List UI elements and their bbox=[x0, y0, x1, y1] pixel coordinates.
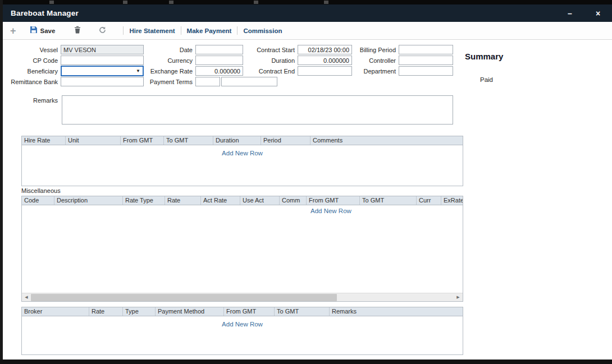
broker-table-body: Add New Row bbox=[22, 316, 463, 354]
broker-col-to-gmt: To GMT bbox=[275, 307, 330, 316]
contract-end-label: Contract End bbox=[253, 68, 298, 75]
summary-heading: Summary bbox=[465, 52, 503, 61]
scrollbar-thumb[interactable] bbox=[31, 294, 337, 301]
remittance-bank-label: Remittance Bank bbox=[4, 79, 61, 85]
beneficiary-dropdown[interactable]: ▼ bbox=[61, 66, 144, 76]
misc-col-code: Code bbox=[22, 196, 54, 205]
misc-col-rate: Rate bbox=[165, 196, 201, 205]
exchange-rate-field[interactable] bbox=[195, 66, 243, 76]
misc-col-curr: Curr bbox=[417, 196, 441, 205]
date-field[interactable] bbox=[195, 45, 243, 54]
broker-col-type: Type bbox=[123, 307, 156, 316]
miscellaneous-table-body: Add New Row ◀ ▶ bbox=[22, 205, 463, 301]
miscellaneous-table-header: Code Description Rate Type Rate Act Rate… bbox=[22, 196, 463, 205]
controller-field[interactable] bbox=[399, 56, 453, 65]
toolbar-separator bbox=[123, 26, 124, 35]
chevron-down-icon: ▼ bbox=[136, 68, 143, 73]
misc-col-from-gmt: From GMT bbox=[307, 196, 360, 205]
misc-col-rate-type: Rate Type bbox=[123, 196, 165, 205]
misc-col-act-rate: Act Rate bbox=[201, 196, 240, 205]
background-strip-gap bbox=[49, 1, 54, 4]
background-strip-gap bbox=[324, 1, 328, 4]
bareboat-manager-window: Bareboat Manager – × + Save Hire Stateme… bbox=[3, 4, 612, 360]
titlebar: Bareboat Manager – × bbox=[3, 4, 612, 22]
currency-label: Currency bbox=[149, 57, 195, 64]
scroll-left-icon[interactable]: ◀ bbox=[22, 293, 31, 302]
misc-col-comm: Comm bbox=[280, 196, 307, 205]
broker-col-from-gmt: From GMT bbox=[224, 307, 275, 316]
broker-col-payment-method: Payment Method bbox=[156, 307, 224, 316]
vessel-label: Vessel bbox=[4, 47, 61, 53]
hire-col-period: Period bbox=[261, 136, 310, 145]
background-strip-gap bbox=[169, 1, 173, 4]
horizontal-scrollbar: ◀ ▶ bbox=[22, 293, 463, 301]
duration-label: Duration bbox=[253, 57, 298, 64]
misc-col-description: Description bbox=[54, 196, 123, 205]
paid-label: Paid bbox=[480, 76, 493, 83]
payment-terms-desc-field[interactable] bbox=[221, 77, 277, 86]
remarks-label: Remarks bbox=[4, 97, 61, 104]
payment-terms-field[interactable] bbox=[195, 77, 220, 86]
add-icon[interactable]: + bbox=[10, 27, 16, 35]
date-label: Date bbox=[149, 47, 195, 53]
toolbar-separator bbox=[181, 26, 181, 35]
misc-col-to-gmt: To GMT bbox=[360, 196, 417, 205]
payment-terms-label: Payment Terms bbox=[149, 79, 195, 85]
hire-table-body: Add New Row bbox=[22, 145, 463, 186]
misc-col-use-act: Use Act bbox=[240, 196, 280, 205]
broker-table-header: Broker Rate Type Payment Method From GMT… bbox=[22, 307, 463, 316]
department-field[interactable] bbox=[399, 66, 453, 76]
contract-end-field[interactable] bbox=[298, 66, 352, 76]
hire-col-comments: Comments bbox=[310, 136, 463, 145]
misc-col-exrate: ExRate bbox=[441, 196, 463, 205]
form-group-contract: Contract Start Duration Contract End bbox=[253, 44, 352, 76]
form-group-vessel: Vessel CP Code Beneficiary ▼ Remittance … bbox=[4, 44, 144, 87]
currency-field[interactable] bbox=[195, 56, 243, 65]
refresh-icon[interactable] bbox=[99, 26, 106, 36]
hire-col-to-gmt: To GMT bbox=[164, 136, 213, 145]
vessel-field[interactable] bbox=[61, 45, 144, 54]
delete-icon[interactable] bbox=[74, 26, 81, 36]
cp-code-field[interactable] bbox=[61, 56, 144, 65]
duration-field[interactable] bbox=[298, 56, 352, 65]
misc-add-new-row-link[interactable]: Add New Row bbox=[310, 208, 351, 214]
save-icon bbox=[30, 26, 38, 36]
broker-col-broker: Broker bbox=[22, 307, 89, 316]
make-payment-button[interactable]: Make Payment bbox=[187, 27, 232, 34]
window-title: Bareboat Manager bbox=[11, 9, 79, 17]
broker-col-rate: Rate bbox=[89, 307, 123, 316]
contract-start-field[interactable] bbox=[298, 45, 352, 54]
save-label: Save bbox=[40, 27, 56, 34]
remittance-bank-field[interactable] bbox=[61, 77, 144, 86]
toolbar: + Save Hire Statement Make Payment Commi… bbox=[3, 22, 612, 40]
hire-table: Hire Rate Unit From GMT To GMT Duration … bbox=[21, 136, 463, 186]
form-group-billing: Billing Period Controller Department bbox=[354, 44, 453, 76]
remarks-field[interactable] bbox=[62, 95, 453, 125]
broker-table: Broker Rate Type Payment Method From GMT… bbox=[21, 307, 463, 355]
billing-period-label: Billing Period bbox=[354, 47, 399, 53]
hire-statement-button[interactable]: Hire Statement bbox=[129, 27, 175, 34]
controller-label: Controller bbox=[354, 57, 399, 64]
scroll-right-icon[interactable]: ▶ bbox=[454, 293, 463, 302]
minimize-button[interactable]: – bbox=[564, 9, 576, 18]
hire-add-new-row-link[interactable]: Add New Row bbox=[222, 150, 263, 156]
hire-col-from-gmt: From GMT bbox=[121, 136, 164, 145]
hire-table-header: Hire Rate Unit From GMT To GMT Duration … bbox=[22, 136, 463, 145]
beneficiary-label: Beneficiary bbox=[4, 68, 61, 75]
toolbar-separator bbox=[237, 26, 238, 35]
broker-col-remarks: Remarks bbox=[330, 307, 463, 316]
hire-col-duration: Duration bbox=[213, 136, 261, 145]
background-bottom-strip bbox=[0, 360, 612, 364]
hire-col-hire-rate: Hire Rate bbox=[22, 136, 66, 145]
miscellaneous-table: Code Description Rate Type Rate Act Rate… bbox=[21, 196, 463, 302]
background-strip-gap bbox=[123, 1, 127, 4]
background-strip-gap bbox=[254, 1, 258, 4]
department-label: Department bbox=[354, 68, 399, 75]
commission-button[interactable]: Commission bbox=[243, 27, 282, 34]
save-button[interactable]: Save bbox=[30, 26, 56, 36]
close-button[interactable]: × bbox=[592, 9, 604, 18]
hire-col-unit: Unit bbox=[66, 136, 121, 145]
broker-add-new-row-link[interactable]: Add New Row bbox=[222, 321, 263, 328]
billing-period-field[interactable] bbox=[399, 45, 453, 54]
background-top-strip bbox=[0, 0, 612, 4]
